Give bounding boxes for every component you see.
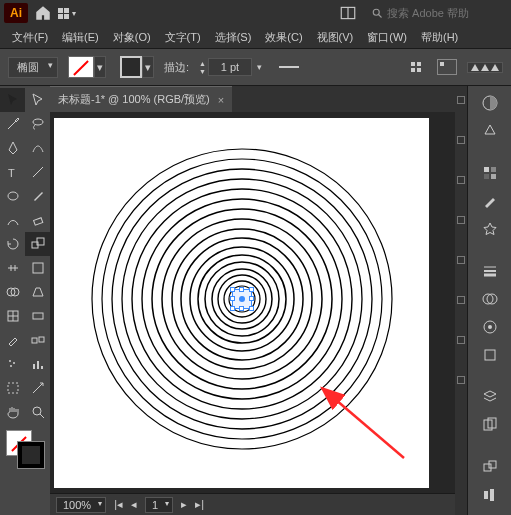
close-tab-icon[interactable]: ×: [218, 94, 224, 106]
stroke-swatch-menu[interactable]: ▾: [142, 56, 154, 78]
tool-ellipse[interactable]: [0, 184, 25, 208]
panel-align-icon[interactable]: [476, 486, 504, 504]
panel-stroke-icon[interactable]: [476, 262, 504, 280]
align-grid-icon[interactable]: [411, 62, 421, 72]
panel-color-icon[interactable]: [476, 94, 504, 112]
tool-direct-selection[interactable]: [25, 88, 50, 112]
tool-perspective[interactable]: [25, 280, 50, 304]
menu-bar: 文件(F) 编辑(E) 对象(O) 文字(T) 选择(S) 效果(C) 视图(V…: [0, 26, 511, 48]
svg-rect-57: [485, 350, 495, 360]
menu-edit[interactable]: 编辑(E): [56, 28, 105, 47]
search-icon: [371, 7, 383, 19]
app-titlebar: Ai ▾: [0, 0, 511, 26]
tool-artboard[interactable]: [0, 376, 25, 400]
panel-brushes-icon[interactable]: [476, 192, 504, 210]
tool-line[interactable]: [25, 160, 50, 184]
stroke-weight-down[interactable]: ▼: [199, 68, 206, 75]
artboard-prev[interactable]: ◂: [131, 498, 137, 511]
document-tabs: 未标题-1* @ 100% (RGB/预览) ×: [50, 86, 511, 112]
tool-free-transform[interactable]: [25, 256, 50, 280]
stroke-weight-up[interactable]: ▲: [199, 60, 206, 67]
panel-artboards-icon[interactable]: [476, 416, 504, 434]
collapse-handle[interactable]: [457, 176, 465, 184]
more-options-icon[interactable]: [467, 62, 503, 73]
panel-appearance-icon[interactable]: [476, 318, 504, 336]
tool-selection[interactable]: [0, 88, 25, 112]
fill-swatch[interactable]: [68, 56, 94, 78]
panel-graphic-styles-icon[interactable]: [476, 346, 504, 364]
svg-point-18: [9, 360, 11, 362]
tool-zoom[interactable]: [25, 400, 50, 424]
tool-width[interactable]: [0, 256, 25, 280]
stroke-profile[interactable]: [279, 66, 299, 68]
tools-panel: T: [0, 86, 50, 515]
tool-eyedropper[interactable]: [0, 328, 25, 352]
tool-slice[interactable]: [25, 376, 50, 400]
tool-column-graph[interactable]: [25, 352, 50, 376]
artboard[interactable]: [54, 118, 429, 488]
panel-symbols-icon[interactable]: [476, 220, 504, 238]
svg-point-25: [33, 407, 41, 415]
menu-view[interactable]: 视图(V): [311, 28, 360, 47]
tool-eraser[interactable]: [25, 208, 50, 232]
tool-mesh[interactable]: [0, 304, 25, 328]
fill-stroke-control[interactable]: [0, 428, 50, 474]
transform-panel-icon[interactable]: [437, 59, 457, 75]
svg-rect-22: [37, 361, 39, 369]
menu-type[interactable]: 文字(T): [159, 28, 207, 47]
tool-type[interactable]: T: [0, 160, 25, 184]
menu-object[interactable]: 对象(O): [107, 28, 157, 47]
menu-file[interactable]: 文件(F): [6, 28, 54, 47]
tool-lasso[interactable]: [25, 112, 50, 136]
menu-help[interactable]: 帮助(H): [415, 28, 464, 47]
tool-curvature[interactable]: [25, 136, 50, 160]
shape-selector[interactable]: 椭圆: [8, 57, 58, 78]
tool-gradient[interactable]: [25, 304, 50, 328]
menu-select[interactable]: 选择(S): [209, 28, 258, 47]
canvas[interactable]: [50, 112, 511, 493]
tool-symbol-sprayer[interactable]: [0, 352, 25, 376]
tool-hand[interactable]: [0, 400, 25, 424]
tool-blend[interactable]: [25, 328, 50, 352]
collapse-handle[interactable]: [457, 336, 465, 344]
artboard-next-last[interactable]: ▸|: [195, 498, 204, 511]
artboard-next[interactable]: ▸: [181, 498, 187, 511]
panel-transparency-icon[interactable]: [476, 290, 504, 308]
collapse-handle[interactable]: [457, 136, 465, 144]
collapse-handle[interactable]: [457, 296, 465, 304]
panel-swatches-icon[interactable]: [476, 164, 504, 182]
document-tab[interactable]: 未标题-1* @ 100% (RGB/预览) ×: [50, 86, 232, 112]
stroke-weight-field[interactable]: 1 pt: [208, 58, 252, 76]
workspace-switcher[interactable]: ▾: [58, 4, 76, 22]
stroke-swatch[interactable]: [120, 56, 142, 78]
home-icon[interactable]: [34, 4, 52, 22]
search-input[interactable]: [387, 7, 507, 19]
menu-window[interactable]: 窗口(W): [361, 28, 413, 47]
tool-magic-wand[interactable]: [0, 112, 25, 136]
tool-shape-builder[interactable]: [0, 280, 25, 304]
artboard-number[interactable]: 1: [145, 497, 173, 513]
panel-color-guide-icon[interactable]: [476, 122, 504, 140]
help-search[interactable]: [371, 7, 507, 19]
tool-paintbrush[interactable]: [25, 184, 50, 208]
collapse-handle[interactable]: [457, 96, 465, 104]
arrange-documents-icon[interactable]: [339, 4, 357, 22]
zoom-level[interactable]: 100%: [56, 497, 106, 513]
default-stroke[interactable]: [18, 442, 44, 468]
panel-layers-icon[interactable]: [476, 388, 504, 406]
panel-transform-icon[interactable]: [476, 458, 504, 476]
tool-scale[interactable]: [25, 232, 50, 256]
tool-rotate[interactable]: [0, 232, 25, 256]
collapse-handle[interactable]: [457, 376, 465, 384]
menu-effect[interactable]: 效果(C): [259, 28, 308, 47]
svg-point-56: [488, 325, 492, 329]
collapse-handle[interactable]: [457, 256, 465, 264]
tool-pen[interactable]: [0, 136, 25, 160]
selection-bounding-box[interactable]: [232, 289, 252, 309]
collapse-handle[interactable]: [457, 216, 465, 224]
stroke-weight-menu[interactable]: ▾: [254, 62, 265, 72]
artboard-prev-first[interactable]: |◂: [114, 498, 123, 511]
app-logo: Ai: [4, 3, 28, 23]
tool-shaper[interactable]: [0, 208, 25, 232]
fill-swatch-menu[interactable]: ▾: [94, 56, 106, 78]
